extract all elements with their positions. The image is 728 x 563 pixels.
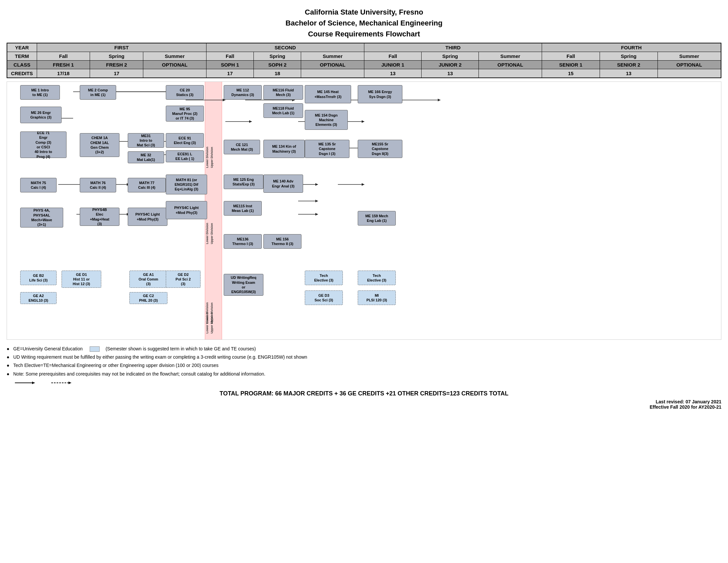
class-label: CLASS: [7, 61, 37, 69]
course-me135: ME 135 SrCapstoneDsgn I (3): [305, 140, 349, 158]
term-label: TERM: [7, 52, 37, 61]
course-me115: ME115 InstMeas Lab (1): [224, 201, 262, 215]
ge-b2: GE B2Life Sci (3): [20, 270, 57, 285]
course-me155: ME155 SrCapstoneDsgn II(3): [358, 140, 402, 158]
ge-d3: GE D3Soc Sci (3): [305, 291, 343, 305]
course-math76: MATH 76Calc II (4): [80, 178, 116, 192]
course-me125: ME 125 EngStats/Exp (3): [224, 174, 263, 189]
svg-marker-52: [362, 183, 364, 186]
course-me136: ME136Thermo I (3): [224, 234, 262, 249]
course-me1: ME 1 Introto ME (1): [20, 85, 60, 100]
course-math81: MATH 81 (orENGR101) DifEq+LinAlg (3): [166, 174, 207, 194]
course-me145: ME 145 Heat+MassTrnsfr (3): [305, 85, 351, 103]
course-me26: ME 26 EngrGraphics (3): [20, 107, 62, 123]
legend-item-note: Note: Some prerequisites and corequisite…: [7, 370, 721, 378]
course-me159: ME 159 MechEng Lab (1): [358, 211, 396, 225]
course-me116: ME116 FluidMech (3): [263, 85, 303, 100]
course-me166: ME 166 EnrgySys Dsgn (3): [358, 85, 402, 103]
course-phys4c: PHYS4C Light+Mod Phy(3): [128, 208, 167, 226]
ge-d2: GE D2Pol Sci 2(3): [166, 270, 201, 288]
year-label: YEAR: [7, 43, 37, 52]
course-ce121: CE 121Mech Mat (3): [224, 140, 260, 154]
course-math75: MATH 75Calc I (4): [20, 178, 57, 192]
legend-item-ud: UD Writing requirement must be fulfilled…: [7, 353, 721, 361]
tech-elective-1: TechElective (3): [305, 270, 343, 285]
credits-label: CREDITS: [7, 69, 37, 78]
svg-marker-56: [32, 382, 35, 384]
svg-marker-10: [438, 99, 440, 101]
course-me154: ME 154 DsgnMachineElements (3): [305, 110, 348, 130]
ge-c2: GE C2PHIL 20 (3): [129, 292, 167, 304]
ge-a1: GE A1Oral Comm(3): [129, 270, 167, 288]
course-chem1a: CHEM 1ACHEM 1ALGen Chem(3+2): [80, 133, 119, 157]
svg-marker-54: [315, 200, 318, 202]
svg-marker-58: [68, 382, 71, 384]
legend-area: GE=University General Education (Semeste…: [7, 345, 721, 386]
course-me31: ME31Intro toMat Sci (3): [128, 133, 164, 148]
course-phys4b: PHYS4BElec+Mag+Heat(3): [80, 208, 119, 226]
ge-d1: GE D1Hist 11 orHist 12 (3): [62, 270, 101, 288]
course-me32: ME 32Mat Lab(1): [128, 151, 164, 163]
course-me95: ME 95Manuf Proc (2)or IT 74 (3): [166, 106, 204, 121]
solid-arrow-icon: [13, 380, 40, 386]
arrow-legend: [13, 380, 721, 386]
course-ece91: ECE 91Elect Eng (3): [166, 133, 204, 148]
course-ce20: CE 20Statics (3): [166, 85, 204, 100]
last-revised: Last revised: 07 January 2021 Effective …: [7, 399, 721, 410]
ge-mi: MIPLSI 120 (3): [358, 291, 396, 305]
course-me140: ME 140 AdvEngr Anal (3): [263, 174, 303, 193]
ge-a2: GE A2ENGL10 (3): [20, 292, 57, 304]
total-credits: TOTAL PROGRAM: 66 MAJOR CREDITS + 36 GE …: [7, 390, 721, 397]
svg-marker-46: [315, 213, 318, 215]
header-table: YEAR FIRST SECOND THIRD FOURTH TERM Fall…: [7, 43, 721, 78]
course-phys4a: PHYS 4A,PHYS4ALMech+Wave(3+1): [20, 208, 63, 227]
course-me156: ME 156Thermo II (3): [263, 234, 301, 249]
legend-item-ge: GE=University General Education (Semeste…: [7, 345, 721, 353]
course-me134: ME 134 Kin ofMachinery (3): [263, 140, 305, 158]
svg-marker-44: [315, 183, 318, 186]
course-me2: ME 2 Compin ME (1): [80, 85, 116, 100]
tech-elective-2: TechElective (3): [358, 270, 396, 285]
course-me112: ME 112Dynamics (3): [224, 85, 262, 100]
ge-color-swatch: [90, 347, 100, 352]
legend-item-te: Tech Elective=TE=Mechanical Engineering …: [7, 361, 721, 370]
course-ece71: ECE 71EngrComp (3)or CSCI40 Intro toProg…: [20, 131, 67, 158]
course-me118: ME118 FluidMech Lab (1): [263, 103, 303, 118]
course-ece91l: ECE91 LEE Lab ( 1): [166, 150, 204, 162]
course-math77: MATH 77Calc III (4): [128, 178, 166, 192]
dashed-arrow-icon: [50, 380, 76, 386]
flowchart-area: Lower Division Upper Division Lower Divi…: [7, 81, 721, 340]
svg-marker-48: [362, 120, 364, 123]
page-title: California State University, Fresno Bach…: [7, 7, 721, 39]
course-phys4cl: PHYS4C Light+Mod Phy(3): [166, 201, 207, 219]
course-ud-writing: UD WritingReqWriting ExamorENGR105W(3): [224, 274, 263, 296]
svg-marker-30: [249, 120, 252, 123]
